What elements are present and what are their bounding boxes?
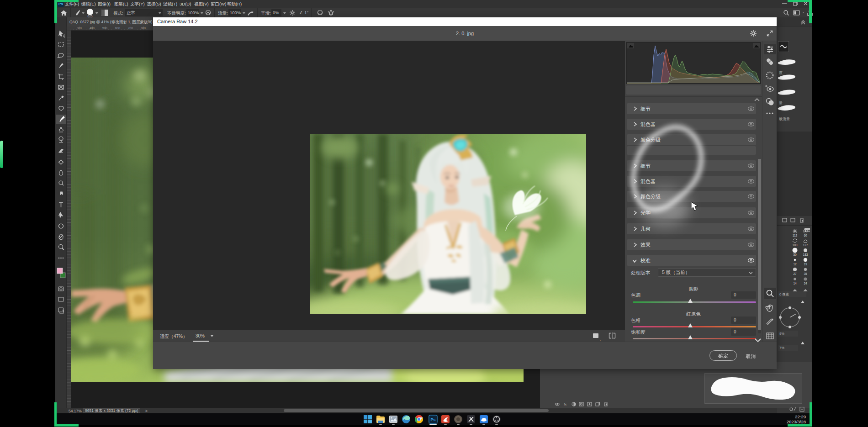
svg-text:60: 60 [804, 234, 807, 237]
svg-text:度: 度 [779, 71, 783, 75]
svg-text:24: 24 [804, 282, 807, 285]
svg-text:127: 127 [803, 243, 808, 247]
svg-text:般流量: 般流量 [779, 117, 790, 121]
svg-text:183: 183 [803, 253, 808, 256]
svg-text:2023/3/28: 2023/3/28 [787, 419, 806, 424]
svg-text:12: 12 [793, 263, 797, 266]
svg-text:35: 35 [804, 272, 807, 275]
svg-text:50: 50 [793, 253, 797, 256]
svg-text:Ps: Ps [430, 417, 435, 422]
svg-text:fx: fx [564, 402, 567, 406]
svg-text:100: 100 [793, 243, 798, 247]
svg-text:14: 14 [793, 282, 797, 285]
svg-text:量: 量 [779, 101, 783, 105]
svg-text:19: 19 [804, 263, 807, 266]
svg-text:22:29: 22:29 [795, 414, 806, 419]
svg-text:112: 112 [793, 234, 798, 237]
svg-text:27: 27 [793, 272, 797, 275]
